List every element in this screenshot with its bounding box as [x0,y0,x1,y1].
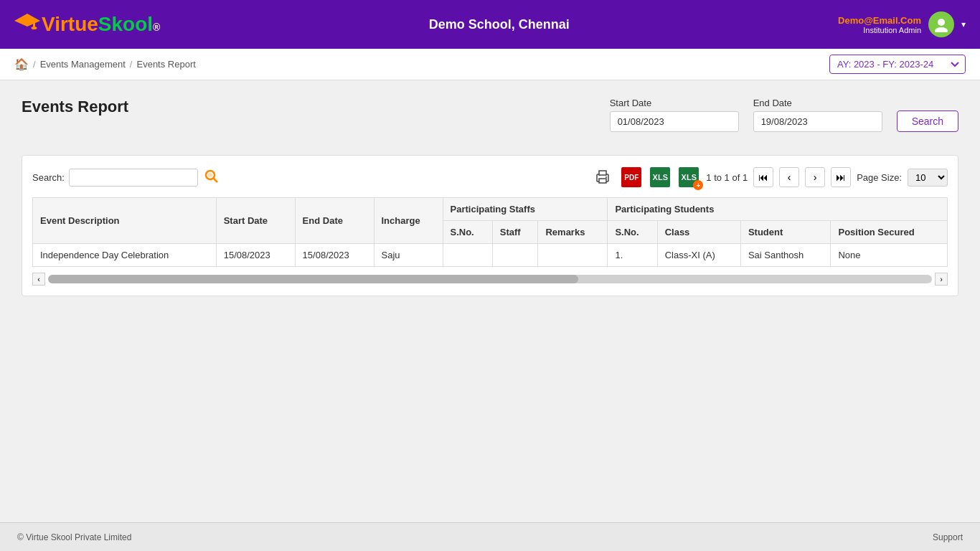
copyright-text: © Virtue Skool Private Limited [17,532,131,542]
breadcrumb: 🏠 / Events Management / Events Report [14,57,196,71]
staff-sno-cell [443,244,492,267]
start-date-input[interactable] [610,111,739,132]
col-participating-students: Participating Students [608,198,948,221]
table-toolbar: Search: [32,166,948,189]
app-header: VirtueSkool® Demo School, Chennai Demo@E… [0,0,980,49]
col-student-position: Position Secured [831,221,948,244]
staff-remarks-cell [538,244,608,267]
col-student-class: Class [657,221,740,244]
student-position-cell: None [831,244,948,267]
school-name: Demo School, Chennai [429,17,570,32]
col-event-description: Event Description [33,198,217,244]
breadcrumb-bar: 🏠 / Events Management / Events Report AY… [0,49,980,80]
table-scroll-wrapper: Event Description Start Date End Date In… [32,197,948,267]
breadcrumb-events-management[interactable]: Events Management [40,59,126,70]
avatar[interactable] [928,11,954,37]
student-name-cell: Sai Santhosh [740,244,831,267]
logo-hat-icon [14,12,40,32]
pagination-next-button[interactable]: › [805,167,825,187]
svg-point-7 [208,173,212,177]
search-icon [204,169,220,184]
svg-line-6 [213,178,217,182]
logo-virtue-text: Virtue [42,13,98,35]
student-sno-cell: 1. [608,244,657,267]
col-participating-staffs: Participating Staffs [443,198,608,221]
col-start-date: Start Date [216,198,295,244]
user-avatar-icon [933,17,949,32]
end-date-label: End Date [753,98,882,108]
pagination-info: 1 to 1 of 1 [706,172,748,183]
student-class-cell: Class-XI (A) [657,244,740,267]
filter-row: Start Date End Date Search [610,98,958,132]
event-start-date-cell: 15/08/2023 [216,244,295,267]
user-dropdown-arrow[interactable]: ▾ [961,19,966,29]
page-title: Events Report [22,98,128,116]
table-search-icon-button[interactable] [202,167,221,188]
table-search-input[interactable] [69,169,198,187]
col-student-name: Student [740,221,831,244]
print-button[interactable] [591,166,614,189]
ay-selector[interactable]: AY: 2023 - FY: 2023-24 AY: 2022 - FY: 20… [829,55,966,74]
col-end-date: End Date [295,198,374,244]
support-link[interactable]: Support [933,532,963,542]
svg-rect-9 [599,179,606,183]
logo: VirtueSkool® [14,13,160,36]
scroll-left-button[interactable]: ‹ [32,273,45,286]
excel-add-button[interactable]: XLS + [677,166,700,189]
home-icon[interactable]: 🏠 [14,57,29,71]
scroll-right-button[interactable]: › [935,273,948,286]
start-date-label: Start Date [610,98,739,108]
logo-skool-text: Skool [98,13,153,35]
horizontal-scrollbar[interactable]: ‹ › [32,273,948,286]
col-staff-sno: S.No. [443,221,492,244]
events-table: Event Description Start Date End Date In… [32,197,948,267]
table-search-label: Search: [32,172,65,183]
user-role: Institution Admin [838,26,921,34]
end-date-input[interactable] [753,111,882,132]
pagination-prev-button[interactable]: ‹ [779,167,799,187]
svg-point-4 [935,27,948,32]
event-end-date-cell: 15/08/2023 [295,244,374,267]
svg-rect-10 [599,171,606,175]
breadcrumb-events-report: Events Report [136,59,195,70]
svg-point-11 [606,176,607,178]
page-size-label: Page Size: [857,172,902,183]
main-content: Events Report Start Date End Date Search… [0,80,980,522]
event-description-cell: Independence Day Celebration [33,244,217,267]
staff-name-cell [492,244,538,267]
user-email: Demo@Email.Com [838,15,921,26]
event-incharge-cell: Saju [374,244,443,267]
svg-marker-0 [14,14,40,27]
printer-icon [594,169,611,186]
search-button[interactable]: Search [897,110,958,132]
col-student-sno: S.No. [608,221,657,244]
table-row: Independence Day Celebration 15/08/2023 … [33,244,948,267]
col-staff-name: Staff [492,221,538,244]
pagination-last-button[interactable]: ⏭ [831,167,851,187]
page-size-select[interactable]: 10 25 50 100 [908,169,948,187]
excel-icon: XLS [650,167,670,187]
col-staff-remarks: Remarks [538,221,608,244]
user-info: Demo@Email.Com Institution Admin ▾ [838,11,966,37]
svg-point-2 [32,27,37,29]
col-incharge: Incharge [374,198,443,244]
footer: © Virtue Skool Private Limited Support [0,522,980,551]
svg-point-3 [938,19,945,26]
pagination-first-button[interactable]: ⏮ [753,167,773,187]
pdf-icon: PDF [621,167,641,187]
table-container: Search: [22,155,958,296]
pdf-button[interactable]: PDF [620,166,643,189]
excel-button[interactable]: XLS [649,166,672,189]
